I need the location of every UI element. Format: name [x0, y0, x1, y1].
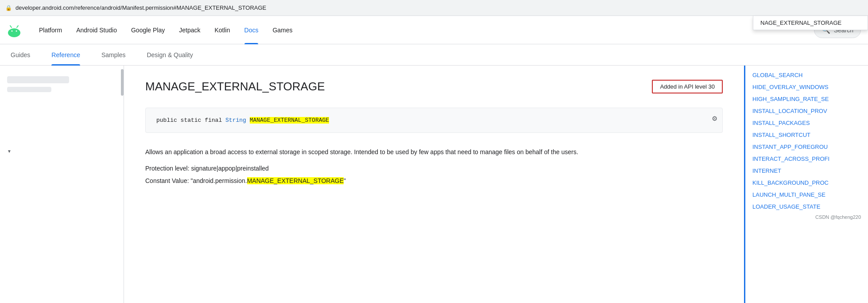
nav-google-play[interactable]: Google Play — [124, 16, 172, 44]
subnav-reference[interactable]: Reference — [41, 44, 91, 66]
address-bar: 🔒 developer.android.com/reference/androi… — [0, 0, 868, 16]
constant-value: Constant Value: "android.permission.MANA… — [145, 177, 723, 184]
code-block: public static final String MANAGE_EXTERN… — [145, 108, 723, 133]
nav-jetpack[interactable]: Jetpack — [172, 16, 207, 44]
right-sidebar-item[interactable]: GLOBAL_SEARCH — [745, 69, 868, 81]
page-title: MANAGE_EXTERNAL_STORAGE — [145, 80, 325, 93]
sidebar-scrollbar-thumb — [121, 69, 124, 96]
code-prefix: public static final — [156, 117, 225, 124]
subnav-guides[interactable]: Guides — [0, 44, 41, 66]
constant-suffix: " — [344, 177, 346, 184]
constant-highlighted: MANAGE_EXTERNAL_STORAGE — [247, 177, 344, 184]
svg-rect-1 — [9, 30, 19, 35]
right-sidebar-item[interactable]: INTERACT_ACROSS_PROFI — [745, 153, 868, 165]
api-badge: Added in API level 30 — [652, 80, 723, 93]
sidebar-placeholder-2 — [7, 87, 51, 92]
code-name: MANAGE_EXTERNAL_STORAGE — [250, 117, 329, 124]
nav-kotlin[interactable]: Kotlin — [208, 16, 237, 44]
right-sidebar-item[interactable]: KILL_BACKGROUND_PROC — [745, 177, 868, 189]
right-sidebar-item[interactable]: INSTANT_APP_FOREGROU — [745, 141, 868, 153]
code-type: String — [225, 117, 246, 124]
attribution: CSDN @fqcheng220 — [745, 213, 868, 221]
right-sidebar-item[interactable]: INSTALL_PACKAGES — [745, 117, 868, 129]
lock-icon: 🔒 — [5, 5, 12, 11]
right-sidebar-item[interactable]: LAUNCH_MULTI_PANE_SE — [745, 189, 868, 201]
nav-docs[interactable]: Docs — [237, 16, 266, 44]
right-sidebar-item[interactable]: INTERNET — [745, 165, 868, 177]
chevron-down-icon: ▼ — [7, 149, 12, 154]
right-sidebar-item[interactable]: INSTALL_LOCATION_PROV — [745, 105, 868, 117]
description-text: Allows an application a broad access to … — [145, 147, 723, 158]
content-area: MANAGE_EXTERNAL_STORAGE Added in API lev… — [124, 66, 744, 303]
top-nav: Platform Android Studio Google Play Jetp… — [0, 16, 868, 44]
svg-point-3 — [16, 30, 17, 31]
nav-android-studio[interactable]: Android Studio — [69, 16, 124, 44]
sidebar-scrollbar[interactable] — [121, 66, 124, 303]
left-sidebar: ▼ — [0, 66, 124, 303]
constant-label: Constant Value: — [145, 177, 189, 184]
svg-point-2 — [12, 30, 13, 31]
autocomplete-dropdown: NAGE_EXTERNAL_STORAGE — [753, 16, 868, 30]
svg-line-5 — [17, 26, 18, 27]
right-sidebar-item[interactable]: HIDE_OVERLAY_WINDOWS — [745, 81, 868, 93]
right-sidebar: GLOBAL_SEARCH HIDE_OVERLAY_WINDOWS HIGH_… — [744, 66, 868, 303]
svg-line-4 — [10, 26, 12, 27]
android-logo — [7, 23, 21, 37]
constant-prefix: "android.permission. — [190, 177, 247, 184]
page-title-row: MANAGE_EXTERNAL_STORAGE Added in API lev… — [145, 80, 723, 93]
right-sidebar-item[interactable]: INSTALL_SHORTCUT — [745, 129, 868, 141]
protection-level: Protection level: signature|appop|preins… — [145, 165, 723, 172]
sidebar-placeholder-1 — [7, 76, 69, 83]
main-layout: ▼ MANAGE_EXTERNAL_STORAGE Added in API l… — [0, 66, 868, 303]
protection-label: Protection level: — [145, 165, 190, 172]
nav-platform[interactable]: Platform — [32, 16, 69, 44]
nav-links: Platform Android Studio Google Play Jetp… — [32, 16, 814, 44]
nav-games[interactable]: Games — [265, 16, 299, 44]
protection-value: signature|appop|preinstalled — [191, 165, 269, 172]
subnav-samples[interactable]: Samples — [91, 44, 136, 66]
right-sidebar-item[interactable]: LOADER_USAGE_STATE — [745, 201, 868, 213]
subnav-design-quality[interactable]: Design & Quality — [136, 44, 203, 66]
right-sidebar-item[interactable]: HIGH_SAMPLING_RATE_SE — [745, 93, 868, 105]
gear-icon[interactable]: ⚙ — [712, 113, 717, 123]
address-url: developer.android.com/reference/android/… — [16, 4, 266, 11]
sidebar-dropdown[interactable]: ▼ — [0, 145, 124, 157]
sub-nav: Guides Reference Samples Design & Qualit… — [0, 44, 868, 66]
